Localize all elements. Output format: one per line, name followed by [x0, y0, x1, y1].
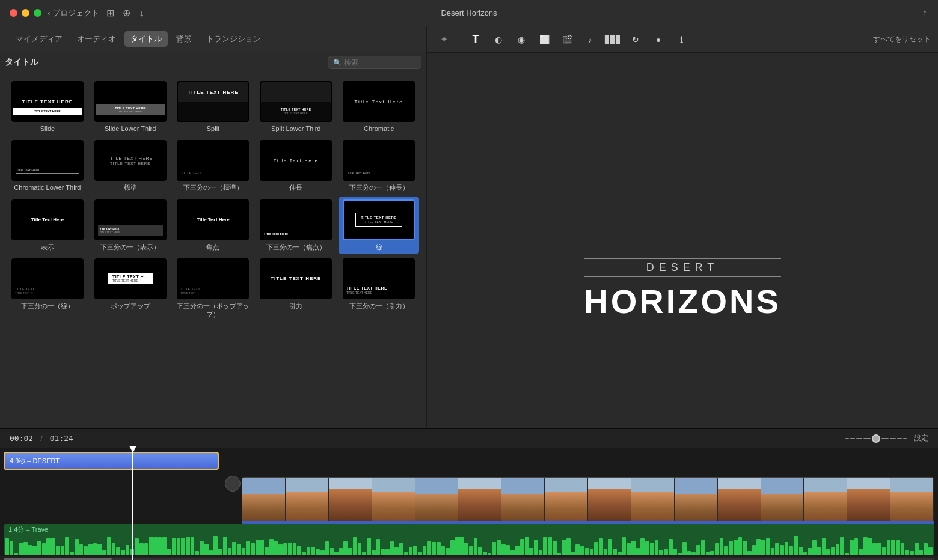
grid-view-button[interactable]: ⊞	[105, 6, 115, 20]
text-icon[interactable]: T	[466, 31, 485, 48]
wave-bar	[872, 543, 877, 555]
film-frame	[890, 478, 934, 525]
timeline-container: 00:02 / 01:24 設定 4.9秒	[0, 428, 938, 560]
list-item[interactable]: Title Text Here Chromatic	[339, 79, 419, 135]
wave-bar	[673, 549, 678, 555]
wave-bar	[61, 546, 65, 556]
film-frame	[761, 478, 805, 525]
wave-bar	[144, 543, 149, 555]
preview-subtitle: DESERT	[584, 258, 781, 277]
list-item[interactable]: TITLE TEXT HERE TITLE TEXT HERE Split Lo…	[256, 79, 336, 135]
list-item[interactable]: Title Text Here 焦点	[173, 197, 254, 254]
wave-bar	[915, 543, 919, 555]
wave-bar	[19, 543, 23, 555]
wave-bar	[724, 546, 728, 555]
settings-button[interactable]: 設定	[914, 433, 928, 443]
wave-bar	[278, 544, 283, 555]
list-item[interactable]: TITLE TEXT HERE TITLE TEXT HERE 下三分の一（引力…	[339, 256, 419, 321]
list-item[interactable]: Title Text Here 伸長	[256, 138, 336, 194]
wave-bar	[483, 552, 487, 555]
list-item[interactable]: Tite Text Here TITLE TEXT HERE 下三分の一（表示）	[90, 197, 171, 254]
search-box[interactable]: 🔍	[328, 56, 421, 69]
zoom-icon	[856, 438, 862, 439]
equalizer-icon[interactable]: ▊▊▊	[603, 31, 622, 48]
list-item[interactable]: TITLE TEXT HERE Split	[173, 79, 254, 135]
wave-bar	[488, 553, 492, 555]
thumbnail-split: TITLE TEXT HERE	[177, 81, 249, 122]
wave-bar	[492, 542, 496, 555]
list-item[interactable]: TITLE TEXT HERE TITLE TEXT HERE Slide Lo…	[90, 79, 171, 135]
list-item[interactable]: Title Text Here Chromatic Lower Third	[7, 138, 88, 194]
close-button[interactable]	[10, 9, 17, 17]
titlebar: ‹ プロジェクト ⊞ ⊕ ↓ Desert Horizons ↑	[0, 0, 938, 26]
fullscreen-button[interactable]	[34, 9, 41, 17]
wave-bar	[794, 536, 798, 555]
list-item[interactable]: TITLE TEXT HERE TITLE TEXT HERE 線	[339, 197, 419, 254]
film-frame	[286, 478, 329, 525]
wave-bar	[88, 544, 93, 555]
title-clip[interactable]: 4.9秒 – DESERT	[4, 452, 219, 470]
tab-transitions[interactable]: トランジション	[200, 31, 267, 47]
sort-button[interactable]: ↓	[138, 7, 145, 20]
list-item[interactable]: TITLE TEXT... 下三分の一（標準）	[173, 138, 254, 194]
info-icon[interactable]: ℹ	[672, 31, 691, 48]
zoom-handle[interactable]	[872, 434, 880, 443]
wave-bar	[687, 551, 691, 555]
wave-bar	[799, 547, 803, 555]
list-item[interactable]: TITLE TEXT... TITLE TEXT H... 下三分の一（線）	[7, 256, 88, 321]
title-clip-label: 4.9秒 – DESERT	[10, 457, 60, 466]
crop-icon[interactable]: ⬜	[535, 31, 554, 48]
scrollbar-thumb[interactable]	[4, 558, 112, 560]
wave-bar	[139, 543, 144, 555]
wave-bar	[789, 546, 793, 555]
transition-button[interactable]: ⊹	[225, 476, 241, 492]
list-item[interactable]: TITLE TEXT H... TITLE TEXT HERE ポップアップ	[90, 256, 171, 321]
add-media-button[interactable]: ⊕	[121, 6, 132, 20]
wave-bar	[307, 547, 311, 555]
speed-icon[interactable]: ↻	[626, 31, 645, 48]
color-icon[interactable]: ◉	[512, 31, 531, 48]
list-item[interactable]: TITLE TEXT HERE TITLE TEXT HERE 標準	[90, 138, 171, 194]
list-item[interactable]: Title Text Here 下三分の一（焦点）	[256, 197, 336, 254]
inspector-bar: ✦ T ◐ ◉ ⬜ 🎬 ♪ ▊▊▊ ↻ ● ℹ すべてをリセット	[427, 26, 938, 53]
preview-main-title: HORIZONS	[584, 282, 781, 321]
tab-backgrounds[interactable]: 背景	[170, 31, 198, 47]
wave-bar	[316, 549, 320, 555]
zoom-icon	[863, 438, 871, 439]
list-item[interactable]: Title Text Here 下三分の一（伸長）	[339, 138, 419, 194]
list-item[interactable]: TITLE TEXT ... TITLE TEXT ... 下三分の一（ポップア…	[173, 256, 254, 321]
wave-bar	[97, 544, 102, 555]
wave-bar	[158, 537, 162, 555]
wave-bar	[112, 543, 116, 555]
wave-bar	[808, 548, 812, 555]
reset-button[interactable]: すべてをリセット	[873, 34, 931, 44]
tab-audio[interactable]: オーディオ	[71, 31, 122, 47]
tab-titles[interactable]: タイトル	[124, 31, 168, 47]
thumbnail-lower-third-stretch: Title Text Here	[343, 140, 415, 181]
list-item[interactable]: TITLE TEXT HERE 引力	[256, 256, 336, 321]
wave-bar	[14, 553, 18, 555]
list-item[interactable]: TITLE TEXT HERE TITLE TEXT HERE Slide	[7, 79, 88, 135]
wave-bar	[93, 543, 97, 555]
wave-bar	[566, 538, 571, 555]
timeline-zoom: 設定	[845, 433, 928, 443]
stabilize-icon[interactable]: 🎬	[557, 31, 577, 48]
audio-clip[interactable]: 1.4分 – Travel	[4, 524, 934, 555]
wave-bar	[924, 543, 928, 555]
chevron-left-icon: ‹	[48, 8, 50, 17]
filter-icon[interactable]: ◐	[489, 31, 508, 48]
wave-bar	[162, 537, 167, 555]
search-input[interactable]	[344, 58, 416, 67]
list-item[interactable]: Title Text Here 表示	[7, 197, 88, 254]
noise-icon[interactable]: ●	[649, 31, 668, 48]
wave-bar	[729, 541, 733, 555]
tab-my-media[interactable]: マイメディア	[10, 31, 69, 47]
video-clip[interactable]	[242, 477, 934, 525]
magic-wand-icon[interactable]: ✦	[434, 31, 453, 48]
wave-bar	[450, 540, 455, 555]
back-button[interactable]: ‹ プロジェクト	[48, 8, 99, 19]
minimize-button[interactable]	[22, 9, 29, 17]
volume-icon[interactable]: ♪	[580, 31, 599, 48]
zoom-icon	[890, 438, 896, 439]
share-button[interactable]: ↑	[921, 7, 928, 20]
